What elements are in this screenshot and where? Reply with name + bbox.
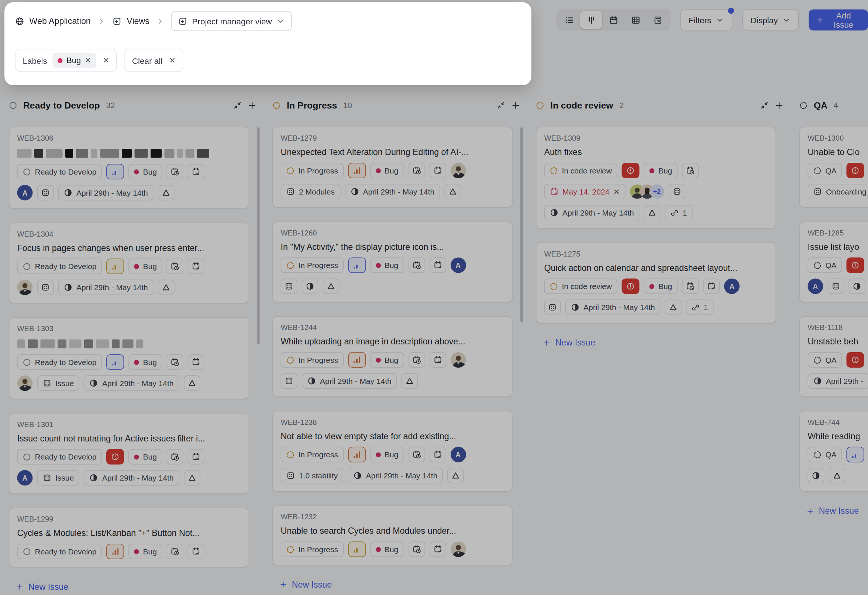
- views-label: Views: [127, 16, 149, 26]
- breadcrumb: Web Application Views Project manager vi…: [4, 2, 531, 37]
- bug-label-dot: [58, 58, 63, 63]
- remove-bug-label-icon[interactable]: ✕: [85, 56, 92, 64]
- view-selector-button[interactable]: Project manager view: [171, 11, 292, 31]
- remove-labels-filter-icon[interactable]: ✕: [103, 56, 109, 64]
- applied-filters-row: Labels Bug ✕ ✕ Clear all ✕: [4, 37, 531, 72]
- views-icon: [112, 16, 122, 26]
- clear-all-icon: ✕: [169, 56, 176, 64]
- app-window: Ready to Develop32WEB-1306Ready to Devel…: [0, 0, 868, 595]
- chevron-right-icon: [97, 17, 106, 25]
- labels-filter-title: Labels: [23, 56, 47, 65]
- labels-filter-pill: Labels Bug ✕ ✕: [15, 49, 117, 72]
- spotlight-overlay: [0, 0, 868, 595]
- clear-all-filters-button[interactable]: Clear all ✕: [124, 49, 183, 72]
- breadcrumb-views[interactable]: Views: [112, 16, 149, 26]
- bug-label-chip[interactable]: Bug ✕: [53, 53, 96, 68]
- chevron-right-icon: [156, 17, 165, 25]
- views-icon: [178, 16, 188, 26]
- breadcrumb-project[interactable]: Web Application: [15, 16, 91, 26]
- chevron-down-icon: [276, 17, 285, 25]
- bug-label-text: Bug: [66, 56, 81, 65]
- project-name: Web Application: [30, 16, 91, 26]
- spotlight-panel: Web Application Views Project manager vi…: [4, 2, 531, 85]
- current-view-label: Project manager view: [192, 16, 272, 26]
- globe-icon: [15, 16, 25, 26]
- clear-all-label: Clear all: [132, 56, 163, 65]
